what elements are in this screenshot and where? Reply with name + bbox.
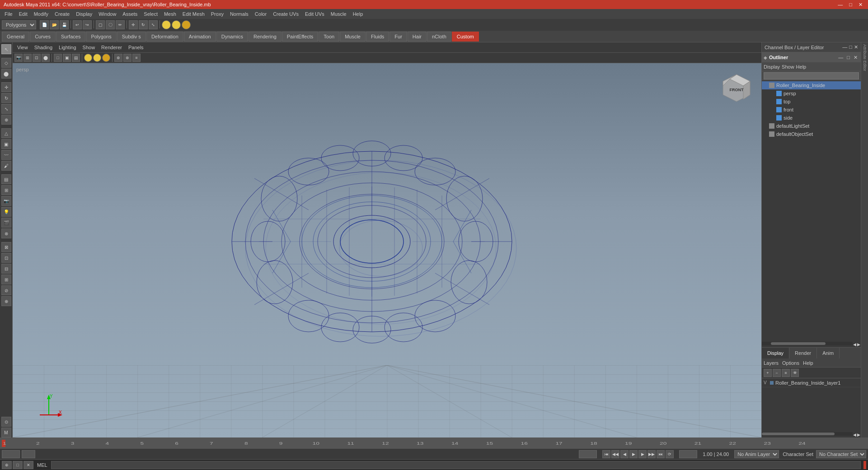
tab-rendering[interactable]: Rendering [249, 32, 282, 42]
render-btn[interactable]: 🎬 [1, 218, 11, 228]
channel-box-close[interactable]: ✕ [854, 44, 858, 50]
anim-end-input[interactable]: 48.00 [679, 450, 697, 458]
bottom-tool-btn[interactable]: ⊙ [1, 417, 11, 427]
vp-light2-btn[interactable] [93, 54, 101, 62]
menu-item-proxy[interactable]: Proxy [208, 10, 226, 18]
tab-dynamics[interactable]: Dynamics [216, 32, 248, 42]
frame-current-input[interactable]: 1 [22, 450, 35, 458]
lasso-btn[interactable]: 〇 [106, 20, 115, 29]
minimize-button[interactable]: — [836, 2, 845, 8]
tree-item-0[interactable]: Roller_Bearing_Inside [762, 81, 861, 89]
paint-select-btn[interactable]: ⬤ [1, 69, 11, 79]
layers-subtab[interactable]: Layers [764, 360, 779, 366]
layer-hscroll-thumb[interactable] [762, 433, 835, 435]
vp-lighting-menu[interactable]: Lighting [56, 44, 79, 51]
close-button[interactable]: ✕ [857, 2, 864, 8]
outliner-restore[interactable]: □ [845, 55, 851, 60]
character-set-dropdown[interactable]: No Character Set [816, 450, 866, 458]
menu-item-select[interactable]: Select [141, 10, 160, 18]
outliner-close[interactable]: ✕ [852, 55, 859, 60]
save-btn[interactable]: 💾 [60, 20, 69, 29]
menu-item-window[interactable]: Window [96, 10, 119, 18]
mel-icon1[interactable]: ⊕ [2, 461, 12, 469]
polygon-selector[interactable]: Polygons [2, 20, 36, 29]
vp-light3-btn[interactable] [102, 54, 110, 62]
vp-snap3-btn[interactable]: ≡ [132, 54, 141, 62]
display-tab[interactable]: Display [762, 348, 789, 358]
grid-btn[interactable]: ⊞ [1, 185, 11, 195]
menu-item-edit-uvs[interactable]: Edit UVs [302, 10, 327, 18]
tab-curves[interactable]: Curves [30, 32, 56, 42]
layer-hide-btn[interactable]: 👁 [791, 369, 799, 377]
vp-smooth2-btn[interactable]: ▣ [63, 54, 71, 62]
menu-item-edit-mesh[interactable]: Edit Mesh [180, 10, 207, 18]
rotate-btn[interactable]: ↻ [139, 20, 148, 29]
light-btn[interactable]: 💡 [1, 207, 11, 217]
layer-btn[interactable]: ▤ [1, 174, 11, 184]
misc1-btn[interactable]: ⊠ [1, 242, 11, 252]
scale-btn[interactable]: ⤡ [149, 20, 158, 29]
mel-icon2[interactable]: □ [13, 461, 23, 469]
tab-general[interactable]: General [2, 32, 29, 42]
light3-btn[interactable] [182, 20, 191, 29]
frame-start-input[interactable]: 1.00 [2, 450, 20, 458]
tree-item-6[interactable]: defaultObjectSet [762, 130, 861, 138]
help-subtab[interactable]: Help [803, 360, 813, 366]
light2-btn[interactable] [172, 20, 181, 29]
vp-smooth-btn[interactable]: ⬤ [42, 54, 50, 62]
vp-tex-btn[interactable]: ▤ [72, 54, 80, 62]
new-scene-btn[interactable]: 📄 [40, 20, 49, 29]
outliner-search-input[interactable] [764, 72, 859, 79]
tab-animation[interactable]: Animation [184, 32, 216, 42]
tab-fur[interactable]: Fur [389, 32, 407, 42]
open-btn[interactable]: 📂 [50, 20, 59, 29]
next-key-btn[interactable]: ▶▶ [647, 450, 656, 458]
misc2-btn[interactable]: ⊡ [1, 253, 11, 263]
surface-btn[interactable]: ▣ [1, 139, 11, 149]
tab-deformation[interactable]: Deformation [146, 32, 183, 42]
camera-btn[interactable]: 📷 [1, 196, 11, 206]
menu-item-display[interactable]: Display [73, 10, 95, 18]
timeline-bar[interactable]: 1 2 3 4 5 6 7 8 9 10 11 12 13 14 15 16 1… [0, 438, 868, 449]
vp-view-menu[interactable]: View [14, 44, 31, 51]
goto-end-btn[interactable]: ⏭ [657, 450, 665, 458]
mel-tool-btn[interactable]: M [1, 428, 11, 437]
layer-scroll-left[interactable]: ◀ [853, 433, 856, 437]
tab-surfaces[interactable]: Surfaces [56, 32, 85, 42]
lasso-tool-btn[interactable]: ◇ [1, 58, 11, 68]
outliner-minimize[interactable]: — [837, 55, 845, 60]
outliner-hscroll[interactable] [762, 342, 853, 345]
vp-panels-menu[interactable]: Panels [126, 44, 146, 51]
vp-shading-menu[interactable]: Shading [32, 44, 55, 51]
tree-item-5[interactable]: defaultLightSet [762, 122, 861, 130]
options-subtab[interactable]: Options [782, 360, 799, 366]
select-tool-btn[interactable]: ↖ [1, 44, 11, 54]
channel-box-minimize[interactable]: — [842, 44, 847, 50]
vp-snap1-btn[interactable]: ⊕ [114, 54, 122, 62]
outliner-display-menu[interactable]: Display [764, 64, 780, 70]
play-btn[interactable]: ▶ [629, 450, 638, 458]
misc6-btn[interactable]: ⊕ [1, 296, 11, 306]
transform-tool-btn[interactable]: ⊕ [1, 115, 11, 125]
menu-item-file[interactable]: File [2, 10, 15, 18]
vp-renderer-menu[interactable]: Renderer [99, 44, 125, 51]
menu-item-modify[interactable]: Modify [31, 10, 51, 18]
menu-item-create-uvs[interactable]: Create UVs [270, 10, 301, 18]
move-btn[interactable]: ✛ [129, 20, 138, 29]
layer-item[interactable]: V Roller_Bearing_Inside_layer1 [762, 378, 861, 387]
vp-snap2-btn[interactable]: ⊗ [123, 54, 131, 62]
paint-btn2[interactable]: 🖌 [1, 161, 11, 171]
redo-btn[interactable]: ↪ [83, 20, 92, 29]
anim-tab[interactable]: Anim [817, 348, 840, 358]
outliner-show-menu[interactable]: Show [782, 64, 794, 70]
tab-subdiv-s[interactable]: Subdiv s [117, 32, 146, 42]
channel-box-restore[interactable]: □ [849, 44, 852, 50]
delete-layer-btn[interactable]: − [773, 369, 781, 377]
anim-layer-dropdown[interactable]: No Anim Layer [734, 450, 779, 458]
tab-fluids[interactable]: Fluids [366, 32, 389, 42]
menu-item-help[interactable]: Help [350, 10, 366, 18]
menu-item-muscle[interactable]: Muscle [328, 10, 349, 18]
tree-item-3[interactable]: front [762, 106, 861, 114]
tab-hair[interactable]: Hair [408, 32, 427, 42]
menu-item-assets[interactable]: Assets [120, 10, 140, 18]
